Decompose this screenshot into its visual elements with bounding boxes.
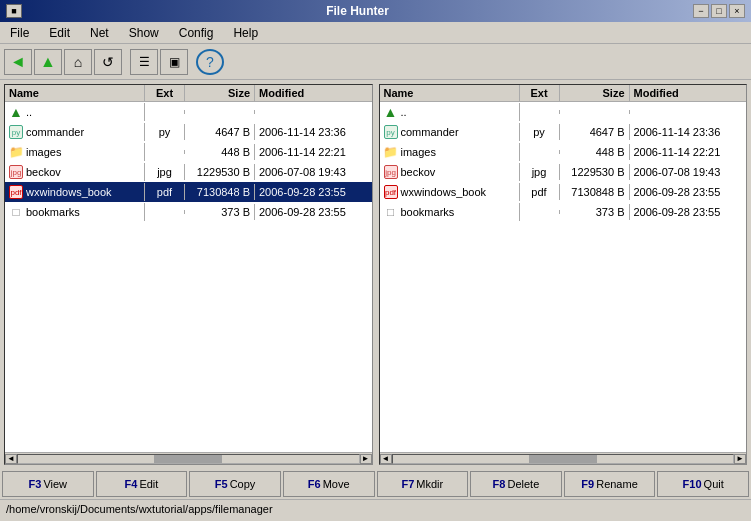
- f4-edit-button[interactable]: F4Edit: [96, 471, 188, 497]
- menu-net[interactable]: Net: [84, 24, 115, 42]
- right-py-icon: py: [384, 125, 398, 139]
- right-pdf-icon: pdf: [384, 185, 398, 199]
- right-col-name: Name: [380, 85, 520, 101]
- close-button[interactable]: ×: [729, 4, 745, 18]
- menu-file[interactable]: File: [4, 24, 35, 42]
- right-jpg-icon: jpg: [384, 165, 398, 179]
- right-file-list: ▲.. pycommander py 4647 B 2006-11-14 23:…: [380, 102, 747, 452]
- right-row-bookmarks[interactable]: □bookmarks 373 B 2006-09-28 23:55: [380, 202, 747, 222]
- right-panel-header: Name Ext Size Modified: [380, 85, 747, 102]
- panels-area: Name Ext Size Modified ▲.. pycommander p…: [0, 80, 751, 469]
- f9-rename-button[interactable]: F9Rename: [564, 471, 656, 497]
- menu-bar: File Edit Net Show Config Help: [0, 22, 751, 44]
- status-bar: /home/vronskij/Documents/wxtutorial/apps…: [0, 499, 751, 521]
- left-file-list: ▲.. pycommander py 4647 B 2006-11-14 23:…: [5, 102, 372, 452]
- right-file-icon: □: [384, 205, 398, 219]
- window-title: File Hunter: [22, 4, 693, 18]
- left-panel: Name Ext Size Modified ▲.. pycommander p…: [4, 84, 373, 465]
- right-folder-icon: 📁: [384, 145, 398, 159]
- right-row-up[interactable]: ▲..: [380, 102, 747, 122]
- menu-edit[interactable]: Edit: [43, 24, 76, 42]
- right-up-icon: ▲: [384, 105, 398, 119]
- left-col-size: Size: [185, 85, 255, 101]
- view-button[interactable]: ☰: [130, 49, 158, 75]
- jpg-icon: jpg: [9, 165, 23, 179]
- left-col-modified: Modified: [255, 85, 372, 101]
- back-button[interactable]: ◄: [4, 49, 32, 75]
- f3-view-button[interactable]: F3View: [2, 471, 94, 497]
- left-row-commander[interactable]: pycommander py 4647 B 2006-11-14 23:36: [5, 122, 372, 142]
- window-icon: ■: [6, 4, 22, 18]
- left-row-bookmarks[interactable]: □bookmarks 373 B 2006-09-28 23:55: [5, 202, 372, 222]
- file-icon: □: [9, 205, 23, 219]
- left-col-ext: Ext: [145, 85, 185, 101]
- minimize-button[interactable]: −: [693, 4, 709, 18]
- right-scrollbar[interactable]: ◄ ►: [380, 452, 747, 464]
- left-row-wxwindows[interactable]: pdfwxwindows_book pdf 7130848 B 2006-09-…: [5, 182, 372, 202]
- function-bar: F3View F4Edit F5Copy F6Move F7Mkdir F8De…: [0, 469, 751, 499]
- f10-quit-button[interactable]: F10Quit: [657, 471, 749, 497]
- right-row-wxwindows[interactable]: pdfwxwindows_book pdf 7130848 B 2006-09-…: [380, 182, 747, 202]
- help-button[interactable]: ?: [196, 49, 224, 75]
- f7-mkdir-button[interactable]: F7Mkdir: [377, 471, 469, 497]
- right-row-images[interactable]: 📁images 448 B 2006-11-14 22:21: [380, 142, 747, 162]
- left-row-up[interactable]: ▲..: [5, 102, 372, 122]
- menu-help[interactable]: Help: [227, 24, 264, 42]
- left-scrollbar[interactable]: ◄ ►: [5, 452, 372, 464]
- pdf-icon: pdf: [9, 185, 23, 199]
- up-icon: ▲: [9, 105, 23, 119]
- current-path: /home/vronskij/Documents/wxtutorial/apps…: [6, 503, 273, 515]
- right-col-ext: Ext: [520, 85, 560, 101]
- right-row-commander[interactable]: pycommander py 4647 B 2006-11-14 23:36: [380, 122, 747, 142]
- maximize-button[interactable]: □: [711, 4, 727, 18]
- menu-show[interactable]: Show: [123, 24, 165, 42]
- right-panel: Name Ext Size Modified ▲.. pycommander p…: [379, 84, 748, 465]
- window: ■ File Hunter − □ × File Edit Net Show C…: [0, 0, 751, 521]
- f8-delete-button[interactable]: F8Delete: [470, 471, 562, 497]
- terminal-button[interactable]: ▣: [160, 49, 188, 75]
- py-icon: py: [9, 125, 23, 139]
- folder-icon: 📁: [9, 145, 23, 159]
- menu-config[interactable]: Config: [173, 24, 220, 42]
- left-col-name: Name: [5, 85, 145, 101]
- right-row-beckov[interactable]: jpgbeckov jpg 1229530 B 2006-07-08 19:43: [380, 162, 747, 182]
- right-col-size: Size: [560, 85, 630, 101]
- title-bar: ■ File Hunter − □ ×: [0, 0, 751, 22]
- right-col-modified: Modified: [630, 85, 747, 101]
- up-button[interactable]: ▲: [34, 49, 62, 75]
- left-panel-header: Name Ext Size Modified: [5, 85, 372, 102]
- left-row-beckov[interactable]: jpgbeckov jpg 1229530 B 2006-07-08 19:43: [5, 162, 372, 182]
- f6-move-button[interactable]: F6Move: [283, 471, 375, 497]
- home-button[interactable]: ⌂: [64, 49, 92, 75]
- f5-copy-button[interactable]: F5Copy: [189, 471, 281, 497]
- toolbar: ◄ ▲ ⌂ ↺ ☰ ▣ ?: [0, 44, 751, 80]
- refresh-button[interactable]: ↺: [94, 49, 122, 75]
- left-row-images[interactable]: 📁images 448 B 2006-11-14 22:21: [5, 142, 372, 162]
